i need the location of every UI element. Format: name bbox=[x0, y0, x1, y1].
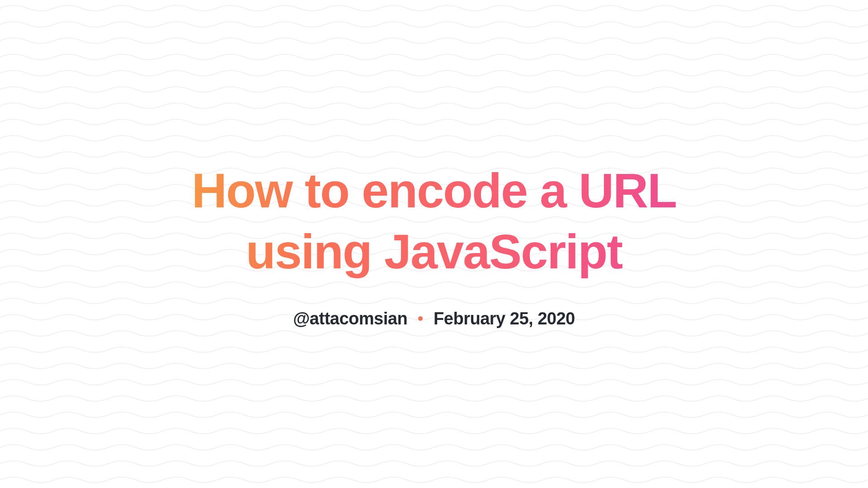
separator-dot-icon bbox=[418, 316, 423, 321]
meta-row: @attacomsian February 25, 2020 bbox=[163, 309, 705, 328]
author-handle: @attacomsian bbox=[293, 309, 407, 328]
page-title: How to encode a URL using JavaScript bbox=[163, 160, 705, 282]
publish-date: February 25, 2020 bbox=[434, 309, 575, 328]
content-container: How to encode a URL using JavaScript @at… bbox=[163, 160, 705, 328]
